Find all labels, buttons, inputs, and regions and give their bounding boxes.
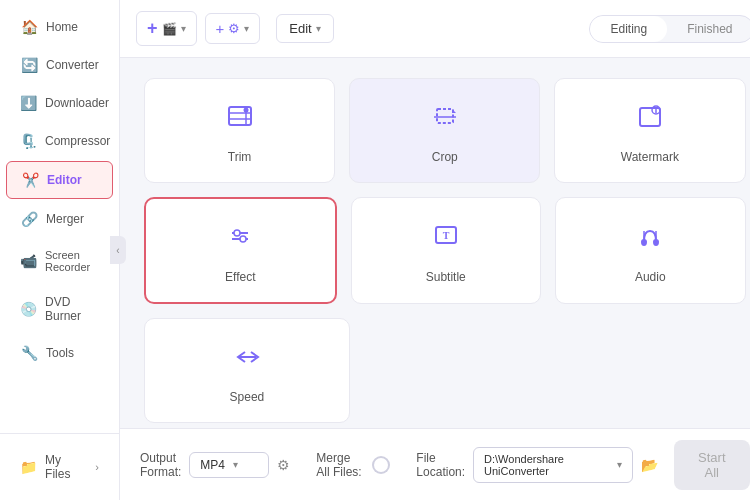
sidebar-item-home[interactable]: 🏠 Home: [6, 9, 113, 45]
trim-icon: [224, 101, 256, 140]
sidebar-item-label: Home: [46, 20, 78, 34]
grid-row-2: Effect T Subtitle: [144, 197, 746, 304]
merge-toggle-field: Merge All Files:: [316, 451, 390, 479]
sidebar-item-downloader[interactable]: ⬇️ Downloader: [6, 85, 113, 121]
tab-group: Editing Finished: [589, 15, 750, 43]
downloader-icon: ⬇️: [20, 95, 37, 111]
output-format-value: MP4: [200, 458, 225, 472]
sidebar-item-editor[interactable]: ✂️ Editor: [6, 161, 113, 199]
browse-folder-icon[interactable]: 📂: [641, 457, 658, 473]
file-location-label: File Location:: [416, 451, 465, 479]
speed-card[interactable]: Speed: [144, 318, 350, 423]
add-folder-button[interactable]: + ⚙ ▾: [205, 13, 261, 44]
svg-marker-7: [452, 109, 456, 113]
sidebar-item-label: My Files: [45, 453, 87, 481]
editing-grid: Trim Crop: [120, 58, 750, 428]
effect-label: Effect: [225, 270, 255, 284]
compressor-icon: 🗜️: [20, 133, 37, 149]
chevron-down-icon: ▾: [316, 23, 321, 34]
empty-card-1: [364, 318, 548, 423]
converter-icon: 🔄: [20, 57, 38, 73]
grid-row-3: Speed: [144, 318, 746, 423]
svg-point-14: [240, 236, 246, 242]
merger-icon: 🔗: [20, 211, 38, 227]
tab-finished[interactable]: Finished: [667, 16, 750, 42]
edit-dropdown[interactable]: Edit ▾: [276, 14, 333, 43]
home-icon: 🏠: [20, 19, 38, 35]
file-location-select[interactable]: D:\Wondershare UniConverter ▾: [473, 447, 633, 483]
dvd-burner-icon: 💿: [20, 301, 37, 317]
chevron-down-icon: ▾: [244, 23, 249, 34]
sidebar-item-label: Screen Recorder: [45, 249, 99, 273]
merge-label: Merge All Files:: [316, 451, 363, 479]
sidebar-item-label: Editor: [47, 173, 82, 187]
chevron-down-icon: ▾: [181, 23, 186, 34]
watermark-card[interactable]: Watermark: [554, 78, 745, 183]
trim-card[interactable]: Trim: [144, 78, 335, 183]
effect-card[interactable]: Effect: [144, 197, 337, 304]
sidebar-item-label: Downloader: [45, 96, 109, 110]
sidebar-item-tools[interactable]: 🔧 Tools: [6, 335, 113, 371]
svg-point-4: [243, 108, 248, 113]
crop-card[interactable]: Crop: [349, 78, 540, 183]
svg-point-13: [234, 230, 240, 236]
add-folder-icon: +: [216, 20, 225, 37]
svg-rect-8: [640, 108, 660, 126]
toolbar: + 🎬 ▾ + ⚙ ▾ Edit ▾ Editing Finished: [120, 0, 750, 58]
folder-icon: ⚙: [228, 21, 240, 36]
tab-editing[interactable]: Editing: [590, 16, 667, 42]
sidebar-item-label: Merger: [46, 212, 84, 226]
subtitle-label: Subtitle: [426, 270, 466, 284]
sidebar-item-my-files[interactable]: 📁 My Files ›: [6, 443, 113, 491]
subtitle-card[interactable]: T Subtitle: [351, 197, 542, 304]
add-files-icon: +: [147, 18, 158, 39]
crop-icon: [429, 101, 461, 140]
sidebar-item-merger[interactable]: 🔗 Merger: [6, 201, 113, 237]
output-settings-icon[interactable]: ⚙: [277, 457, 290, 473]
speed-label: Speed: [230, 390, 265, 404]
file-location-field: File Location: D:\Wondershare UniConvert…: [416, 447, 658, 483]
grid-row-1: Trim Crop: [144, 78, 746, 183]
screen-recorder-icon: 📹: [20, 253, 37, 269]
sidebar-item-label: Tools: [46, 346, 74, 360]
audio-icon: [634, 221, 666, 260]
output-format-label: Output Format:: [140, 451, 181, 479]
svg-rect-5: [437, 109, 453, 123]
bottom-bar: Output Format: MP4 ▾ ⚙ Merge All Files: …: [120, 428, 750, 500]
merge-toggle-switch[interactable]: [372, 456, 391, 474]
audio-label: Audio: [635, 270, 666, 284]
sidebar-item-compressor[interactable]: 🗜️ Compressor: [6, 123, 113, 159]
output-format-field: Output Format: MP4 ▾ ⚙: [140, 451, 290, 479]
main-content: + 🎬 ▾ + ⚙ ▾ Edit ▾ Editing Finished: [120, 0, 750, 500]
file-location-value: D:\Wondershare UniConverter: [484, 453, 609, 477]
sidebar-item-converter[interactable]: 🔄 Converter: [6, 47, 113, 83]
chevron-down-icon: ▾: [233, 459, 238, 470]
tools-icon: 🔧: [20, 345, 38, 361]
empty-card-2: [562, 318, 746, 423]
watermark-label: Watermark: [621, 150, 679, 164]
effect-icon: [224, 221, 256, 260]
trim-label: Trim: [228, 150, 252, 164]
audio-card[interactable]: Audio: [555, 197, 746, 304]
add-files-button[interactable]: + 🎬 ▾: [136, 11, 197, 46]
sidebar-item-dvd-burner[interactable]: 💿 DVD Burner: [6, 285, 113, 333]
sidebar: 🏠 Home 🔄 Converter ⬇️ Downloader 🗜️ Comp…: [0, 0, 120, 500]
chevron-down-icon: ▾: [617, 459, 622, 470]
toolbar-btn-icon: 🎬: [162, 22, 177, 36]
collapse-sidebar-button[interactable]: ‹: [110, 236, 126, 264]
sidebar-item-label: Converter: [46, 58, 99, 72]
svg-text:T: T: [442, 230, 449, 241]
sidebar-item-screen-recorder[interactable]: 📹 Screen Recorder: [6, 239, 113, 283]
subtitle-icon: T: [430, 221, 462, 260]
editor-icon: ✂️: [21, 172, 39, 188]
watermark-icon: [634, 101, 666, 140]
my-files-icon: 📁: [20, 459, 37, 475]
speed-icon: [231, 341, 263, 380]
sidebar-item-label: Compressor: [45, 134, 110, 148]
output-format-select[interactable]: MP4 ▾: [189, 452, 269, 478]
sidebar-item-label: DVD Burner: [45, 295, 99, 323]
start-all-button[interactable]: Start All: [674, 440, 749, 490]
edit-label: Edit: [289, 21, 311, 36]
expand-icon: ›: [95, 461, 99, 473]
crop-label: Crop: [432, 150, 458, 164]
